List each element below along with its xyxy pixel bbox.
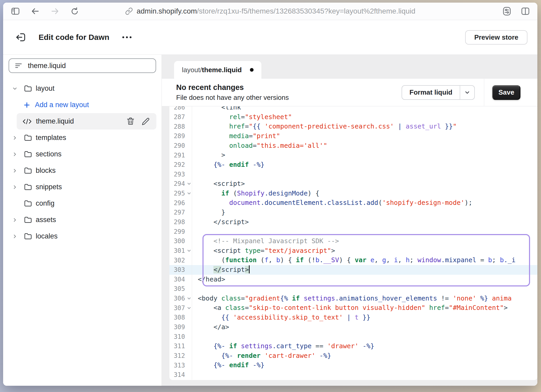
line-number: 290: [174, 142, 185, 149]
code-line[interactable]: 314: [169, 370, 537, 380]
code-line[interactable]: 287 rel="stylesheet": [169, 112, 537, 122]
code-line-text: <!-- Mixpanel Javascript SDK -->: [192, 236, 339, 246]
code-editor[interactable]: 286 <link287 rel="stylesheet"288 href="{…: [169, 106, 537, 380]
tab-file-name: theme.liquid: [202, 66, 242, 74]
code-line[interactable]: 291 >: [169, 150, 537, 160]
chevron-right-icon[interactable]: [9, 135, 20, 141]
fold-chevron-icon[interactable]: [187, 305, 192, 310]
code-line-text: <link: [192, 106, 241, 112]
code-line-text: <script type="text/javascript">: [192, 246, 335, 256]
chevron-down-icon[interactable]: [9, 86, 20, 91]
link-icon: [125, 7, 133, 15]
code-line[interactable]: 295 if (Shopify.designMode) {: [169, 189, 537, 198]
sidebar-item-layout[interactable]: layout: [3, 80, 162, 97]
code-line[interactable]: 294 <script>: [169, 179, 537, 189]
code-line[interactable]: 290 onload="this.media='all'": [169, 141, 537, 151]
code-line[interactable]: 301 <script type="text/javascript">: [169, 246, 537, 256]
code-line[interactable]: 313 {%- endif -%}: [169, 360, 537, 370]
fold-chevron-icon[interactable]: [187, 181, 192, 186]
sidebar-item-blocks[interactable]: blocks: [3, 162, 162, 179]
line-number: 314: [174, 371, 185, 378]
code-line[interactable]: 309 </a>: [169, 322, 537, 332]
code-line[interactable]: 297 }: [169, 208, 537, 217]
line-number: 306: [174, 295, 185, 302]
code-line[interactable]: 299: [169, 227, 537, 236]
rename-file-icon[interactable]: [142, 117, 150, 126]
tab-strip: layout/theme.liquid: [162, 55, 537, 79]
code-line[interactable]: 293: [169, 169, 537, 179]
split-view-icon[interactable]: [521, 7, 530, 16]
chevron-right-icon[interactable]: [9, 168, 20, 174]
code-line[interactable]: 307 <a class="skip-to-content-link butto…: [169, 303, 537, 313]
sidebar-item-templates[interactable]: templates: [3, 130, 162, 146]
line-number: 309: [174, 323, 185, 331]
back-icon[interactable]: [31, 7, 40, 16]
line-number: 305: [174, 285, 185, 292]
delete-file-icon[interactable]: [127, 117, 134, 126]
code-line[interactable]: 305: [169, 284, 537, 294]
file-tree: layoutAdd a new layouttheme.liquidtempla…: [3, 80, 162, 244]
folder-icon: [24, 133, 32, 142]
code-line[interactable]: 310: [169, 332, 537, 341]
line-number: 287: [174, 113, 185, 121]
preview-store-button[interactable]: Preview store: [465, 30, 527, 45]
code-line[interactable]: 292 {%- endif -%}: [169, 160, 537, 170]
code-line[interactable]: 298 </script>: [169, 217, 537, 227]
text-cursor: [249, 265, 250, 273]
save-button[interactable]: Save: [492, 85, 520, 100]
code-line-text: {%- render 'cart-drawer' -%}: [192, 351, 331, 361]
status-title: No recent changes: [176, 83, 289, 92]
chevron-right-icon[interactable]: [9, 184, 20, 190]
line-number: 294: [174, 180, 185, 187]
exit-editor-icon[interactable]: [15, 32, 27, 43]
url-text: admin.shopify.com/store/rzq1xu-f5/themes…: [137, 7, 415, 15]
file-filter-input[interactable]: theme.liquid: [9, 58, 156, 73]
code-line[interactable]: 304</head>: [169, 275, 537, 284]
code-line[interactable]: 311 {%- if settings.cart_type == 'drawer…: [169, 341, 537, 351]
folder-label: layout: [36, 84, 54, 93]
line-number: 307: [174, 304, 185, 312]
fold-chevron-icon[interactable]: [187, 296, 192, 301]
sidebar-item-sections[interactable]: sections: [3, 146, 162, 162]
forward-icon[interactable]: [51, 7, 59, 16]
sidebar-item-assets[interactable]: assets: [3, 212, 162, 228]
filter-icon: [15, 62, 23, 69]
chevron-right-icon[interactable]: [9, 151, 20, 157]
code-line[interactable]: 312 {%- render 'cart-drawer' -%}: [169, 351, 537, 361]
address-bar[interactable]: admin.shopify.com/store/rzq1xu-f5/themes…: [3, 3, 537, 20]
chevron-right-icon[interactable]: [9, 217, 20, 223]
more-actions-icon[interactable]: [121, 35, 132, 39]
folder-label: assets: [36, 216, 56, 224]
code-line[interactable]: 306<body class="gradient{% if settings.a…: [169, 294, 537, 303]
chevron-right-icon[interactable]: [9, 234, 20, 239]
code-line[interactable]: 302 (function (f, b) { if (!b.__SV) { va…: [169, 255, 537, 265]
code-line-text: onload="this.media='all'": [192, 141, 327, 151]
code-line[interactable]: 300 <!-- Mixpanel Javascript SDK -->: [169, 236, 537, 246]
format-liquid-label: Format liquid: [402, 86, 460, 99]
code-line[interactable]: 288 href="{{ 'component-predictive-searc…: [169, 122, 537, 131]
reload-icon[interactable]: [70, 7, 79, 16]
line-number: 288: [174, 123, 185, 130]
fold-chevron-icon[interactable]: [187, 248, 192, 253]
fold-chevron-icon[interactable]: [187, 191, 192, 196]
action-label: Add a new layout: [35, 101, 89, 109]
code-line[interactable]: 303 </script>: [169, 265, 537, 275]
code-line[interactable]: 289 media="print": [169, 131, 537, 141]
sidebar-item-snippets[interactable]: snippets: [3, 179, 162, 195]
add-new-layout-button[interactable]: Add a new layout: [3, 97, 162, 113]
sidebar-item-config[interactable]: config: [3, 195, 162, 212]
format-liquid-button[interactable]: Format liquid: [402, 85, 475, 100]
code-line[interactable]: 308 {{ 'accessibility.skip_to_text' | t …: [169, 313, 537, 322]
extensions-icon[interactable]: [502, 6, 512, 16]
status-subtitle: File does not have any other versions: [176, 94, 289, 102]
folder-label: sections: [36, 150, 62, 158]
code-line[interactable]: 286 <link: [169, 106, 537, 112]
code-line[interactable]: 296 document.documentElement.classList.a…: [169, 198, 537, 208]
tab-theme-liquid[interactable]: layout/theme.liquid: [174, 61, 261, 79]
sidebar-toggle-icon[interactable]: [11, 7, 20, 16]
sidebar-item-locales[interactable]: locales: [3, 228, 162, 244]
line-number: 286: [174, 106, 185, 111]
sidebar-file-theme.liquid[interactable]: theme.liquid: [17, 113, 156, 130]
code-file-icon: [22, 118, 32, 125]
chevron-down-icon[interactable]: [460, 86, 474, 99]
